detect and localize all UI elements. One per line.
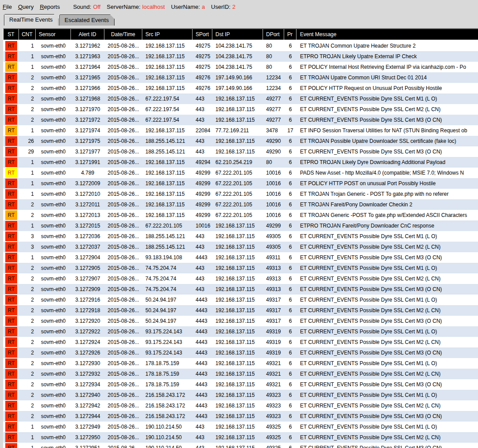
cell-datetime: 2015-08-26... (104, 411, 142, 422)
table-row[interactable]: RT 2 sovm-eth0 3.1272920 2015-08-26... 5… (4, 316, 478, 326)
cell-src-ip: 192.168.137.115 (142, 199, 193, 210)
table-row[interactable]: RT 2 sovm-eth0 3.1272916 2015-08-26... 5… (4, 295, 478, 305)
cell-sensor: sovm-eth0 (36, 72, 71, 83)
table-row[interactable]: RT 2 sovm-eth0 3.1272930 2015-08-26... 1… (4, 358, 478, 369)
table-row[interactable]: RT 1 sovm-eth0 3.1272904 2015-08-26... 9… (4, 252, 478, 263)
cell-datetime: 2015-08-26... (104, 379, 142, 390)
cell-src-ip: 50.24.94.197 (142, 305, 193, 316)
column-header-pr[interactable]: Pr (284, 29, 296, 40)
menu-query[interactable]: Query (18, 3, 33, 11)
table-row[interactable]: RT 2 sovm-eth0 3.1271966 2015-08-26... 1… (4, 83, 478, 93)
table-row[interactable]: RT 2 sovm-eth0 3.1271970 2015-08-26... 6… (4, 104, 478, 115)
cell-alert-id: 3.1272015 (71, 220, 104, 231)
table-row[interactable]: RT 2 sovm-eth0 3.1271968 2015-08-26... 6… (4, 93, 478, 104)
column-header-sensor[interactable]: Sensor (36, 29, 71, 40)
cell-st: RT (4, 242, 19, 252)
table-row[interactable]: RT 2 sovm-eth0 3.1272932 2015-08-26... 1… (4, 369, 478, 379)
status-badge: RT (5, 168, 17, 178)
cell-event-message: ETPRO TROJAN Likely Dyre Downloading Add… (296, 157, 478, 168)
column-header-sport[interactable]: SPort (193, 29, 212, 40)
column-header-cnt[interactable]: CNT (19, 29, 36, 40)
table-row[interactable]: RT 1 sovm-eth0 3.1272010 2015-08-26... 1… (4, 189, 478, 199)
status-badge: RT (5, 422, 17, 432)
sound-label: Sound: (73, 4, 91, 10)
table-row[interactable]: RT 1 sovm-eth0 3.1271962 2015-08-26... 1… (4, 41, 478, 51)
cell-pr: 6 (284, 316, 296, 326)
cell-datetime: 2015-08-26... (104, 295, 142, 305)
column-header-dport[interactable]: DPort (263, 29, 284, 40)
cell-st: RT (4, 104, 19, 115)
table-row[interactable]: RT 1 sovm-eth0 3.1272950 2015-08-26... 1… (4, 432, 478, 443)
table-row[interactable]: RT 1 sovm-eth0 4.789 2015-08-26... 192.1… (4, 168, 478, 178)
table-row[interactable]: RT 2 sovm-eth0 3.1272934 2015-08-26... 1… (4, 379, 478, 390)
cell-dst-ip: 192.168.137.115 (212, 347, 263, 358)
table-row[interactable]: RT 3 sovm-eth0 3.1272037 2015-08-26... 1… (4, 242, 478, 252)
cell-pr: 6 (284, 379, 296, 390)
cell-alert-id: 3.1272951 (71, 443, 104, 448)
table-row[interactable]: RT 2 sovm-eth0 3.1272918 2015-08-26... 5… (4, 305, 478, 316)
cell-alert-id: 3.1271968 (71, 93, 104, 104)
cell-datetime: 2015-08-26... (104, 305, 142, 316)
table-row[interactable]: RT 2 sovm-eth0 3.1272940 2015-08-26... 2… (4, 390, 478, 400)
table-row[interactable]: RT 2 sovm-eth0 3.1272909 2015-08-26... 7… (4, 284, 478, 295)
table-row[interactable]: RT 2 sovm-eth0 3.1272926 2015-08-26... 9… (4, 347, 478, 358)
table-row[interactable]: RT 3 sovm-eth0 3.1272036 2015-08-26... 1… (4, 231, 478, 242)
column-header-st[interactable]: ST (4, 29, 19, 40)
cell-src-ip: 67.222.197.54 (142, 115, 193, 125)
table-row[interactable]: RT 2 sovm-eth0 3.1272013 2015-08-26... 1… (4, 210, 478, 220)
table-row[interactable]: RT 1 sovm-eth0 3.1272949 2015-08-26... 1… (4, 422, 478, 432)
cell-sport: 4443 (193, 400, 212, 411)
cell-dst-ip: 192.168.137.115 (212, 432, 263, 443)
cell-event-message: ET CURRENT_EVENTS Possible Dyre SSL Cert… (296, 443, 478, 448)
table-row[interactable]: RT 1 sovm-eth0 3.1271974 2015-08-26... 1… (4, 125, 478, 136)
table-row[interactable]: RT 1 sovm-eth0 3.1271963 2015-08-26... 1… (4, 51, 478, 62)
table-row[interactable]: RT 29 sovm-eth0 3.1271977 2015-08-26... … (4, 146, 478, 157)
table-row[interactable]: RT 2 sovm-eth0 3.1271972 2015-08-26... 6… (4, 115, 478, 125)
tab-escalated-events[interactable]: Escalated Events (59, 15, 115, 26)
cell-pr: 6 (284, 168, 296, 178)
cell-st: RT (4, 369, 19, 379)
cell-sport: 49299 (193, 189, 212, 199)
column-header-event-message[interactable]: Event Message (296, 29, 478, 40)
table-row[interactable]: RT 2 sovm-eth0 3.1271965 2015-08-26... 1… (4, 72, 478, 83)
status-badge: RT (5, 380, 17, 389)
table-row[interactable]: RT 1 sovm-eth0 3.1272951 2015-08-26... 1… (4, 443, 478, 448)
table-row[interactable]: RT 1 sovm-eth0 3.1271964 2015-08-26... 1… (4, 62, 478, 72)
cell-datetime: 2015-08-26... (104, 168, 142, 178)
table-row[interactable]: RT 2 sovm-eth0 3.1272944 2015-08-26... 2… (4, 411, 478, 422)
cell-pr: 6 (284, 400, 296, 411)
table-row[interactable]: RT 2 sovm-eth0 3.1272011 2015-08-26... 1… (4, 199, 478, 210)
status-badge: RT (5, 358, 17, 368)
cell-alert-id: 3.1271974 (71, 125, 104, 136)
cell-st: RT (4, 210, 19, 220)
cell-sensor: sovm-eth0 (36, 189, 71, 199)
column-header-dst-ip[interactable]: Dst IP (212, 29, 263, 40)
cell-dst-ip: 67.222.201.105 (212, 168, 263, 178)
table-row[interactable]: RT 1 sovm-eth0 3.1271991 2015-08-26... 1… (4, 157, 478, 168)
status-badge: RT (5, 263, 17, 273)
cell-sensor: sovm-eth0 (36, 369, 71, 379)
cell-sensor: sovm-eth0 (36, 316, 71, 326)
cell-cnt: 2 (19, 411, 36, 422)
table-row[interactable]: RT 1 sovm-eth0 3.1272015 2015-08-26... 6… (4, 220, 478, 231)
cell-datetime: 2015-08-26... (104, 284, 142, 295)
menu-file[interactable]: File (3, 3, 12, 11)
cell-dst-ip: 192.168.137.115 (212, 411, 263, 422)
table-row[interactable]: RT 2 sovm-eth0 3.1272907 2015-08-26... 7… (4, 273, 478, 284)
status-badge: RT (5, 115, 17, 125)
table-row[interactable]: RT 2 sovm-eth0 3.1272924 2015-08-26... 9… (4, 337, 478, 347)
table-row[interactable]: RT 2 sovm-eth0 3.1272942 2015-08-26... 2… (4, 400, 478, 411)
column-header-src-ip[interactable]: Src IP (142, 29, 193, 40)
cell-st: RT (4, 136, 19, 146)
cell-alert-id: 3.1272036 (71, 231, 104, 242)
table-row[interactable]: RT 1 sovm-eth0 3.1272009 2015-08-26... 1… (4, 178, 478, 189)
cell-sensor: sovm-eth0 (36, 62, 71, 72)
table-row[interactable]: RT 2 sovm-eth0 3.1272905 2015-08-26... 7… (4, 263, 478, 273)
column-header-alert-id[interactable]: Alert ID (71, 29, 104, 40)
cell-pr: 6 (284, 199, 296, 210)
table-row[interactable]: RT 2 sovm-eth0 3.1272922 2015-08-26... 9… (4, 326, 478, 337)
menu-reports[interactable]: Reports (40, 3, 60, 11)
table-row[interactable]: RT 26 sovm-eth0 3.1271975 2015-08-26... … (4, 136, 478, 146)
tab-realtime-events[interactable]: RealTime Events (4, 14, 59, 26)
column-header-datetime[interactable]: Date/Time (104, 29, 142, 40)
